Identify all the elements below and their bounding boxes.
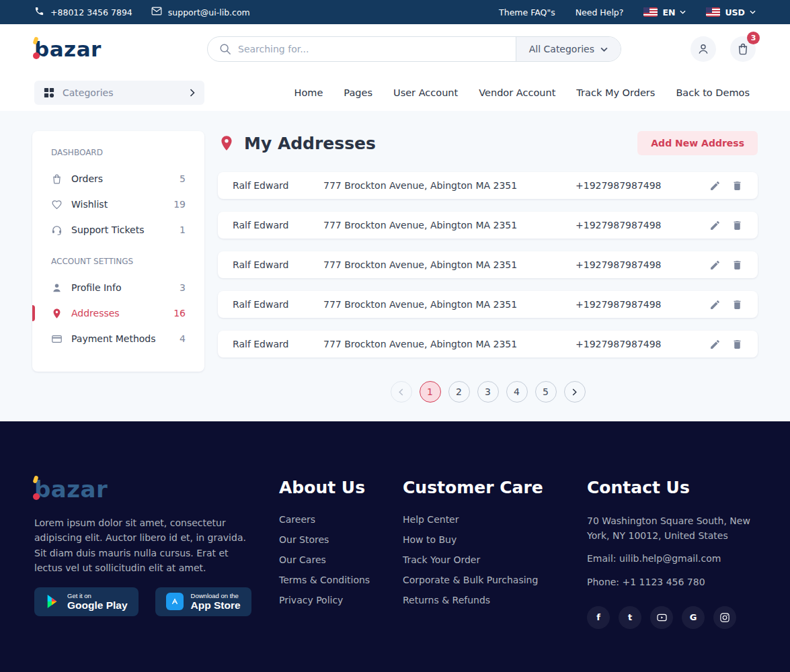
edit-address-button[interactable] [709, 259, 721, 271]
sidebar-item-count: 16 [173, 308, 186, 319]
pencil-icon [709, 259, 721, 271]
pagination-page-5[interactable]: 5 [535, 381, 557, 403]
language-value: EN [662, 7, 675, 17]
pagination-page-1[interactable]: 1 [420, 381, 441, 403]
sidebar-item-label: Profile Info [71, 282, 121, 293]
twitter-icon[interactable]: t [619, 606, 641, 629]
language-select[interactable]: EN [643, 7, 686, 17]
footer-link-our-stores[interactable]: Our Stores [279, 534, 403, 545]
pencil-icon [709, 220, 721, 231]
account-button[interactable] [690, 36, 716, 62]
footer: bazar Lorem ipsum dolor sit amet, consec… [0, 421, 790, 672]
sidebar-item-wishlist[interactable]: Wishlist 19 [32, 192, 204, 217]
logo[interactable]: bazar [34, 39, 102, 60]
pagination: 1 2 3 4 5 [218, 381, 758, 403]
delete-address-button[interactable] [732, 299, 743, 310]
trash-icon [732, 180, 743, 192]
google-glyph: G [690, 612, 697, 622]
footer-link-our-cares[interactable]: Our Cares [279, 554, 403, 565]
search-bar: All Categories [207, 36, 621, 62]
footer-link-how-to-buy[interactable]: How to Buy [403, 534, 587, 545]
sidebar-item-count: 3 [180, 282, 186, 293]
delete-address-button[interactable] [732, 259, 743, 271]
store-button-big-text: Google Play [67, 599, 128, 612]
nav-link-pages[interactable]: Pages [344, 87, 372, 98]
app-store-icon [166, 593, 184, 610]
us-flag-icon [706, 7, 720, 17]
pagination-page-2[interactable]: 2 [448, 381, 470, 403]
nav-link-user-account[interactable]: User Account [393, 87, 458, 98]
sidebar-item-label: Orders [71, 173, 103, 184]
topbar-phone[interactable]: +88012 3456 7894 [34, 6, 132, 18]
facebook-icon[interactable]: f [587, 606, 610, 629]
bag-icon [51, 173, 63, 185]
currency-select[interactable]: USD [706, 7, 756, 17]
edit-address-button[interactable] [709, 339, 721, 350]
instagram-icon[interactable] [713, 606, 736, 629]
sidebar-item-profile-info[interactable]: Profile Info 3 [32, 275, 204, 300]
sidebar-item-label: Payment Methods [71, 333, 156, 344]
category-dropdown[interactable]: All Categories [516, 37, 621, 61]
sidebar-item-label: Wishlist [71, 199, 108, 210]
pagination-next-button[interactable] [564, 381, 586, 403]
sidebar-item-count: 4 [180, 333, 186, 344]
footer-contact-title: Contact Us [587, 478, 756, 497]
person-icon [51, 282, 63, 294]
delete-address-button[interactable] [732, 339, 743, 350]
address-text: 777 Brockton Avenue, Abington MA 2351 [323, 259, 576, 270]
categories-label: Categories [63, 87, 182, 98]
delete-address-button[interactable] [732, 220, 743, 231]
footer-link-careers[interactable]: Careers [279, 514, 403, 525]
pagination-page-3[interactable]: 3 [477, 381, 499, 403]
sidebar-item-payment-methods[interactable]: Payment Methods 4 [32, 326, 204, 351]
topbar-phone-number: +88012 3456 7894 [50, 7, 132, 17]
edit-address-button[interactable] [709, 220, 721, 231]
nav-link-track-my-orders[interactable]: Track My Orders [576, 87, 655, 98]
nav-link-back-to-demos[interactable]: Back to Demos [676, 87, 750, 98]
pagination-prev-button[interactable] [391, 381, 412, 403]
sidebar-item-orders[interactable]: Orders 5 [32, 166, 204, 192]
theme-faqs-link[interactable]: Theme FAQ"s [499, 7, 555, 17]
twitter-glyph: t [628, 612, 632, 622]
contact-email[interactable]: Email: uilib.help@gmail.com [587, 552, 756, 566]
edit-address-button[interactable] [709, 299, 721, 310]
footer-logo[interactable]: bazar [34, 478, 259, 501]
categories-menu-button[interactable]: Categories [34, 81, 204, 105]
mail-icon [151, 7, 162, 17]
topbar-email[interactable]: support@ui-lib.com [151, 7, 250, 17]
store-button-small-text: Download on the [191, 592, 241, 599]
footer-link-help-center[interactable]: Help Center [403, 514, 587, 525]
footer-link-privacy[interactable]: Privacy Policy [279, 595, 403, 605]
add-new-address-button[interactable]: Add New Address [637, 131, 758, 155]
address-phone: +1927987987498 [576, 259, 709, 270]
app-store-button[interactable]: Download on the App Store [155, 587, 251, 616]
address-phone: +1927987987498 [576, 299, 709, 310]
sidebar-item-addresses[interactable]: Addresses 16 [32, 300, 204, 326]
nav-link-vendor-account[interactable]: Vendor Account [479, 87, 555, 98]
main-content: DASHBOARD Orders 5 Wishlist 19 Support T… [0, 111, 790, 421]
delete-address-button[interactable] [732, 180, 743, 192]
person-icon [697, 42, 710, 56]
google-icon[interactable]: G [682, 606, 705, 629]
credit-card-icon [51, 333, 63, 345]
need-help-link[interactable]: Need Help? [576, 7, 624, 17]
sidebar-section-title: DASHBOARD [32, 148, 204, 157]
footer-link-track-your-order[interactable]: Track Your Order [403, 554, 587, 565]
address-text: 777 Brockton Avenue, Abington MA 2351 [323, 220, 576, 230]
nav-link-home[interactable]: Home [294, 87, 323, 98]
footer-link-corporate-bulk[interactable]: Corporate & Bulk Purchasing [403, 575, 587, 585]
pagination-page-4[interactable]: 4 [506, 381, 528, 403]
chevron-down-icon [600, 47, 608, 52]
google-play-button[interactable]: Get it on Google Play [34, 587, 139, 616]
footer-link-terms[interactable]: Terms & Conditions [279, 575, 403, 585]
footer-link-returns-refunds[interactable]: Returns & Refunds [403, 595, 587, 605]
youtube-icon[interactable] [650, 606, 673, 629]
sidebar-item-support-tickets[interactable]: Support Tickets 1 [32, 217, 204, 243]
category-dropdown-value: All Categories [529, 44, 594, 54]
cart-button[interactable]: 3 [730, 36, 756, 62]
pencil-icon [709, 180, 721, 192]
contact-phone[interactable]: Phone: +1 1123 456 780 [587, 575, 756, 590]
edit-address-button[interactable] [709, 180, 721, 192]
search-input[interactable] [231, 44, 516, 54]
address-name: Ralf Edward [233, 339, 323, 349]
